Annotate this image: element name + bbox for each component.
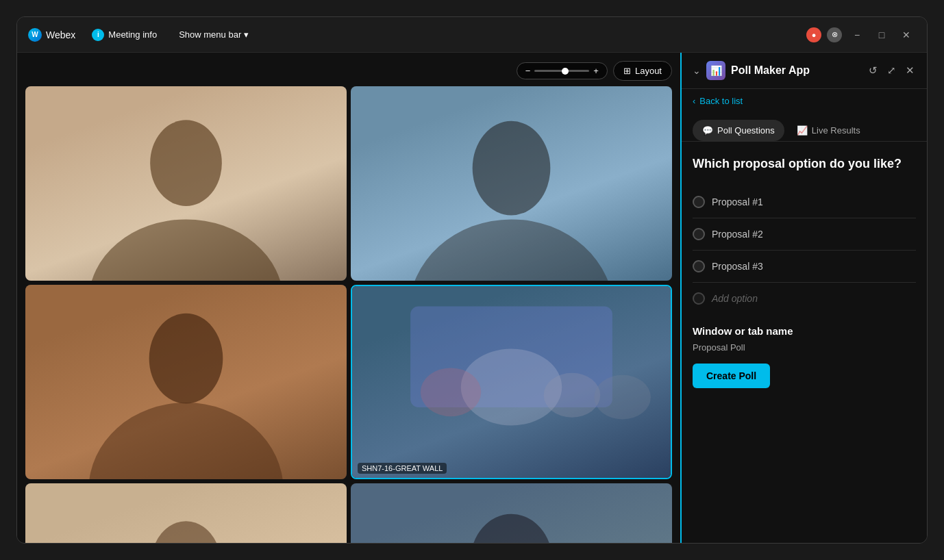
webex-icon: W	[28, 28, 42, 42]
zoom-slider[interactable]	[534, 70, 589, 72]
cell-4-label: SHN7-16-GREAT WALL	[358, 463, 447, 474]
back-to-list-button[interactable]: ‹ Back to list	[682, 89, 927, 113]
add-option-row[interactable]: Add option	[693, 283, 916, 314]
maximize-button[interactable]: □	[872, 25, 891, 44]
video-cell-2	[351, 86, 672, 281]
meeting-info-label: Meeting info	[108, 29, 157, 40]
panel-app-icon: 📊	[706, 61, 725, 80]
status-dot: ⊗	[827, 27, 842, 42]
svg-point-4	[149, 314, 223, 404]
chevron-down-icon: ▾	[244, 29, 249, 40]
show-menu-button[interactable]: Show menu bar ▾	[173, 27, 254, 42]
close-button[interactable]: ✕	[897, 25, 916, 44]
zoom-minus-icon[interactable]: −	[525, 66, 531, 76]
zoom-slider-thumb	[562, 68, 569, 75]
poll-question-text: Which proposal option do you like?	[693, 155, 916, 173]
add-option-circle	[693, 292, 705, 305]
live-results-icon: 📈	[797, 125, 808, 136]
layout-icon: ⊞	[623, 66, 631, 76]
video-feed-1	[25, 86, 347, 281]
poll-section-title: Window or tab name	[693, 325, 916, 337]
svg-point-2	[473, 121, 551, 216]
create-poll-button[interactable]: Create Poll	[693, 364, 770, 388]
panel-title: Poll Maker App	[731, 64, 810, 77]
svg-point-13	[471, 514, 553, 543]
meeting-info-icon: i	[92, 29, 104, 41]
zoom-plus-icon[interactable]: +	[593, 66, 599, 76]
panel-close-button[interactable]: ✕	[904, 63, 916, 78]
svg-point-8	[421, 368, 481, 417]
tab-poll-questions[interactable]: 💬 Poll Questions	[693, 120, 784, 141]
svg-point-0	[150, 120, 222, 206]
side-panel: ⌄ 📊 Poll Maker App ↺ ⤢ ✕ ‹ Back to list …	[680, 53, 927, 543]
svg-point-10	[594, 375, 651, 420]
poll-option-1[interactable]: Proposal #1	[693, 186, 916, 218]
video-feed-4: SHN7-16-GREAT WALL	[352, 286, 671, 478]
video-cell-1	[25, 86, 347, 281]
video-feed-6	[351, 483, 672, 543]
title-bar: W Webex i Meeting info Show menu bar ▾ ●…	[17, 17, 927, 53]
title-bar-right: ● ⊗ − □ ✕	[806, 25, 916, 44]
poll-name-value: Proposal Poll	[693, 342, 916, 353]
main-content: − + ⊞ Layout	[17, 53, 927, 543]
show-menu-label: Show menu bar	[179, 29, 241, 40]
back-arrow-icon: ‹	[693, 96, 695, 106]
radio-2[interactable]	[693, 228, 705, 240]
back-label: Back to list	[699, 96, 743, 106]
app-window: W Webex i Meeting info Show menu bar ▾ ●…	[16, 16, 928, 544]
panel-body: Which proposal option do you like? Propo…	[682, 142, 927, 543]
panel-header-icons: ↺ ⤢ ✕	[867, 63, 916, 78]
svg-point-1	[88, 219, 283, 281]
poll-option-2[interactable]: Proposal #2	[693, 218, 916, 251]
video-cell-5	[25, 483, 347, 543]
meeting-info-button[interactable]: i Meeting info	[86, 26, 162, 44]
recording-dot: ●	[806, 27, 821, 42]
poll-option-1-label: Proposal #1	[712, 196, 763, 207]
svg-point-11	[151, 522, 221, 543]
minimize-button[interactable]: −	[847, 25, 867, 44]
panel-popout-button[interactable]: ⤢	[886, 63, 897, 78]
video-cell-6	[351, 483, 672, 543]
video-grid: SHN7-16-GREAT WALL	[25, 86, 672, 543]
video-cell-4: SHN7-16-GREAT WALL	[351, 285, 672, 479]
radio-3[interactable]	[693, 260, 705, 272]
tab-live-results-label: Live Results	[812, 125, 860, 136]
poll-option-3-label: Proposal #3	[712, 261, 763, 272]
layout-label: Layout	[635, 66, 662, 76]
video-feed-3	[25, 285, 347, 479]
tab-poll-questions-label: Poll Questions	[717, 125, 775, 136]
video-area: − + ⊞ Layout	[17, 53, 680, 543]
video-cell-3	[25, 285, 347, 479]
tab-live-results[interactable]: 📈 Live Results	[787, 120, 870, 141]
app-name: Webex	[46, 29, 75, 40]
panel-header: ⌄ 📊 Poll Maker App ↺ ⤢ ✕	[682, 53, 927, 89]
add-option-label: Add option	[712, 293, 758, 304]
radio-1[interactable]	[693, 196, 705, 208]
video-toolbar: − + ⊞ Layout	[25, 61, 672, 81]
video-feed-5	[25, 483, 347, 543]
svg-point-9	[544, 373, 601, 418]
svg-point-3	[409, 219, 614, 281]
poll-option-2-label: Proposal #2	[712, 229, 763, 240]
video-feed-2	[351, 86, 672, 281]
poll-option-3[interactable]: Proposal #3	[693, 251, 916, 283]
panel-title-group: ⌄ 📊 Poll Maker App	[693, 61, 810, 80]
zoom-control[interactable]: − +	[517, 62, 608, 79]
panel-chevron-icon[interactable]: ⌄	[693, 65, 701, 76]
svg-point-5	[88, 403, 283, 479]
layout-button[interactable]: ⊞ Layout	[613, 61, 672, 81]
panel-history-button[interactable]: ↺	[867, 63, 879, 78]
webex-logo: W Webex	[28, 28, 75, 42]
poll-questions-icon: 💬	[702, 125, 713, 136]
panel-tabs: 💬 Poll Questions 📈 Live Results	[682, 113, 927, 142]
